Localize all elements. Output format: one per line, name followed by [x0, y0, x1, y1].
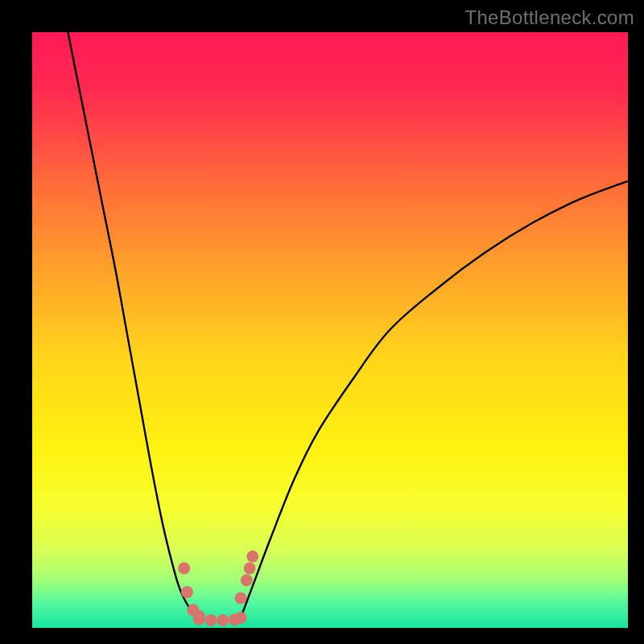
curve-layer: [32, 32, 628, 628]
curve-curve-left: [68, 32, 199, 619]
data-marker: [178, 563, 190, 575]
data-marker: [246, 551, 258, 563]
plot-area: [32, 32, 628, 628]
data-marker: [181, 586, 193, 598]
data-marker: [235, 612, 247, 624]
data-marker: [235, 592, 247, 605]
data-marker: [193, 613, 205, 625]
data-marker: [241, 574, 253, 586]
watermark-text: TheBottleneck.com: [464, 6, 634, 29]
data-marker: [217, 614, 229, 626]
data-marker: [244, 563, 256, 575]
data-marker: [205, 614, 217, 626]
chart-frame: TheBottleneck.com: [0, 0, 644, 644]
curve-curve-right: [241, 181, 628, 617]
